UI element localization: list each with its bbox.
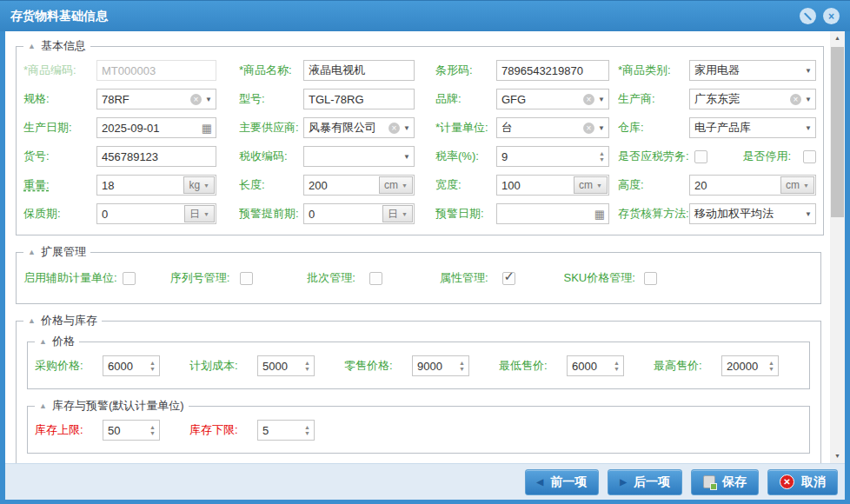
width-input[interactable] [497,176,573,195]
barcode-input[interactable] [497,61,608,80]
attr-mgmt-checkbox[interactable] [502,272,515,285]
stock-upper-input[interactable] [103,421,146,440]
producer-combo[interactable]: 广东东莞×▼ [689,89,816,109]
shelf-life-field[interactable]: 日▼ [96,203,216,224]
costing-combo[interactable]: 移动加权平均法▼ [689,203,816,224]
clear-icon[interactable]: × [583,94,594,105]
plan-cost-spinner[interactable]: ▲▼ [257,355,315,376]
chevron-down-icon[interactable]: ▼ [400,153,414,161]
name-field[interactable] [303,60,415,81]
chevron-down-icon[interactable]: ▼ [801,67,815,75]
chevron-down-icon[interactable]: ▼ [594,124,608,132]
width-unit-dropdown[interactable]: cm▼ [574,176,608,194]
chevron-down-icon[interactable]: ▼ [202,96,216,103]
aux-unit-checkbox[interactable] [123,272,136,285]
name-input[interactable] [304,61,414,80]
chevron-down-icon[interactable]: ▼ [801,124,815,132]
collapse-icon[interactable]: ▲ [39,337,47,346]
stock-lower-input[interactable] [258,421,301,440]
warn-date-field[interactable]: ▦ [496,203,609,224]
model-input[interactable] [304,90,414,109]
max-price-input[interactable] [722,356,765,375]
restore-icon[interactable] [800,8,816,24]
barcode-field[interactable] [496,60,609,81]
next-item-button[interactable]: ▶ 后一项 [608,469,682,495]
shelf-life-input[interactable] [97,204,183,223]
spinner-arrows[interactable]: ▲▼ [301,421,314,440]
stock-upper-spinner[interactable]: ▲▼ [103,420,160,441]
unit-combo[interactable]: 台×▼ [496,117,609,138]
stop-use-checkbox[interactable] [803,150,816,163]
spinner-arrows[interactable]: ▲▼ [146,421,159,440]
warehouse-combo[interactable]: 电子产品库▼ [689,117,816,138]
cancel-button[interactable]: ✕ 取消 [767,469,838,495]
scroll-up-icon[interactable]: ▲ [830,31,845,45]
min-price-spinner[interactable]: ▲▼ [567,355,624,376]
weight-input[interactable] [97,176,183,195]
tax-rate-spinner[interactable]: ▲▼ [496,146,609,167]
warn-ahead-field[interactable]: 日▼ [303,203,415,224]
spinner-arrows[interactable]: ▲▼ [595,147,608,166]
clear-icon[interactable]: × [583,123,594,134]
width-field[interactable]: cm▼ [496,175,609,196]
collapse-icon[interactable]: ▲ [28,316,36,325]
chevron-down-icon[interactable]: ▼ [594,96,608,103]
min-price-input[interactable] [568,356,610,375]
supplier-combo[interactable]: 风暴有限公司×▼ [303,117,415,138]
weight-unit-dropdown[interactable]: kg▼ [183,176,215,194]
purchase-price-spinner[interactable]: ▲▼ [103,355,160,376]
spinner-arrows[interactable]: ▲▼ [301,356,314,375]
vertical-scrollbar[interactable]: ▲ ▼ [830,31,845,463]
prod-date-field[interactable]: ▦ [96,117,216,138]
taxable-service-checkbox[interactable] [694,150,707,163]
tax-rate-input[interactable] [497,147,595,166]
height-field[interactable]: cm▼ [689,175,816,196]
length-input[interactable] [304,176,378,195]
collapse-icon[interactable]: ▲ [39,401,47,410]
item-no-input[interactable] [97,147,216,166]
warn-ahead-unit-dropdown[interactable]: 日▼ [382,205,413,222]
scrollbar-thumb[interactable] [831,47,844,217]
weight-field[interactable]: kg▼ [96,175,216,196]
spec-combo[interactable]: 78RF×▼ [96,89,216,109]
spinner-arrows[interactable]: ▲▼ [610,356,623,375]
clear-icon[interactable]: × [190,94,202,105]
calendar-icon[interactable]: ▦ [591,208,608,221]
save-button[interactable]: 保存 [691,469,759,495]
item-no-field[interactable] [96,146,216,167]
chevron-down-icon[interactable]: ▼ [801,96,815,103]
close-icon[interactable]: × [823,8,840,24]
length-unit-dropdown[interactable]: cm▼ [379,176,413,194]
chevron-down-icon[interactable]: ▼ [400,124,414,132]
shelf-life-unit-dropdown[interactable]: 日▼ [184,205,215,222]
length-field[interactable]: cm▼ [303,175,415,196]
calendar-icon[interactable]: ▦ [198,122,216,135]
height-unit-dropdown[interactable]: cm▼ [780,176,814,194]
serial-mgmt-checkbox[interactable] [240,272,253,285]
collapse-icon[interactable]: ▲ [28,42,36,50]
chevron-down-icon[interactable]: ▼ [801,210,815,218]
brand-combo[interactable]: GFG×▼ [496,89,609,109]
scroll-down-icon[interactable]: ▼ [830,449,845,463]
model-field[interactable] [303,89,415,109]
warn-date-input[interactable] [497,204,591,223]
tax-code-combo[interactable]: ▼ [303,146,415,167]
collapse-icon[interactable]: ▲ [28,248,36,256]
spinner-arrows[interactable]: ▲▼ [455,356,468,375]
retail-price-spinner[interactable]: ▲▼ [412,355,469,376]
spinner-arrows[interactable]: ▲▼ [765,356,778,375]
height-input[interactable] [690,176,780,195]
warn-ahead-input[interactable] [304,204,382,223]
category-combo[interactable]: 家用电器▼ [689,60,816,81]
clear-icon[interactable]: × [388,123,400,134]
prev-item-button[interactable]: ◀ 前一项 [525,469,600,495]
purchase-price-input[interactable] [103,356,146,375]
max-price-spinner[interactable]: ▲▼ [721,355,779,376]
prod-date-input[interactable] [97,118,198,137]
clear-icon[interactable]: × [790,94,801,105]
spinner-arrows[interactable]: ▲▼ [146,356,159,375]
retail-price-input[interactable] [413,356,455,375]
stock-lower-spinner[interactable]: ▲▼ [257,420,315,441]
sku-price-mgmt-checkbox[interactable] [644,272,657,285]
batch-mgmt-checkbox[interactable] [369,272,382,285]
